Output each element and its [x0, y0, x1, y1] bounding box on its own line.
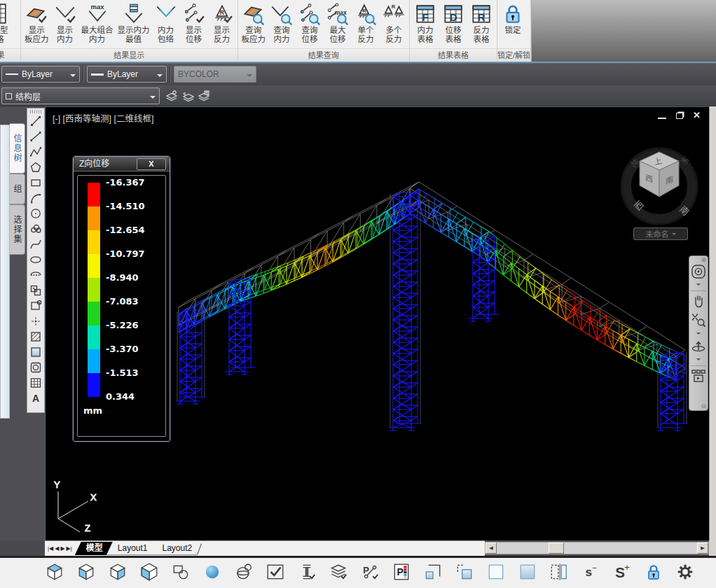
draw-tool-rectangle[interactable]	[28, 176, 43, 192]
status-tool-s-plus[interactable]: S+	[608, 560, 636, 587]
status-tool-node-points-toggle[interactable]: P	[356, 560, 384, 587]
plotstyle-dropdown[interactable]: BYCOLOR	[174, 66, 256, 83]
draw-tool-point[interactable]	[28, 315, 43, 330]
draw-tool-hatch[interactable]	[28, 330, 43, 346]
first-tab-button[interactable]: |◀	[48, 542, 53, 555]
draw-tool-circle[interactable]	[28, 207, 43, 223]
linetype-dropdown[interactable]: ByLayer	[1, 66, 80, 83]
draw-tool-create-block[interactable]	[28, 300, 43, 315]
status-tool-view-top[interactable]	[41, 560, 69, 587]
ribbon-button-force-table[interactable]: F内力表格	[411, 1, 439, 45]
status-tool-select-check[interactable]	[261, 560, 289, 587]
draw-tool-gradient[interactable]	[28, 346, 43, 361]
navbar-tool-pan[interactable]	[689, 293, 708, 312]
drawing-viewport[interactable]: [-] [西南等轴测] [二维线框] ✕ YXZ Z向位移 X -16.367-…	[45, 106, 709, 540]
draw-tool-spline[interactable]	[28, 238, 43, 253]
status-tool-layers-toggle[interactable]	[324, 560, 352, 587]
ribbon-button-single-reaction[interactable]: R单个反力	[352, 1, 380, 45]
status-tool-ibeam-toggle[interactable]	[293, 560, 321, 587]
status-tool-corner-snap[interactable]	[419, 560, 447, 587]
status-tool-shaded-sphere[interactable]	[198, 560, 226, 587]
ribbon-button-query-displacement[interactable]: 查询位移	[296, 1, 324, 45]
draw-tool-ellipse[interactable]	[28, 253, 43, 269]
ribbon-button-show-force[interactable]: 显示内力	[51, 1, 79, 45]
collapsed-palette-edge[interactable]	[0, 125, 10, 419]
ribbon-button-mode-shape-table[interactable]: 期振型表格	[0, 1, 11, 45]
status-tool-view-isometric[interactable]	[135, 560, 163, 587]
draw-tool-polyline[interactable]	[28, 146, 43, 161]
chevron-down-icon[interactable]	[696, 332, 701, 337]
lineweight-dropdown[interactable]: ByLayer	[87, 66, 167, 83]
status-tool-view-side[interactable]	[104, 560, 132, 587]
viewcube[interactable]: 西南北东上西南 未命名	[610, 135, 708, 244]
navbar-tool-zoom[interactable]	[689, 312, 708, 332]
scrollbar-thumb[interactable]	[549, 542, 564, 554]
layer-properties-button[interactable]	[164, 88, 179, 104]
status-tool-view-front[interactable]	[72, 560, 100, 587]
layout-tab-Layout2[interactable]: Layout2	[151, 542, 204, 555]
chevron-down-icon[interactable]	[696, 358, 701, 363]
status-tool-s-minus[interactable]: s−	[577, 560, 605, 587]
layout-tab-Layout1[interactable]: Layout1	[106, 542, 159, 555]
ribbon-button-max-displacement[interactable]: max最大位移	[324, 1, 352, 45]
side-tab-选择集[interactable]: 选择集	[10, 204, 25, 255]
ribbon-button-show-displacement[interactable]: 显示位移	[180, 1, 208, 45]
navbar-tool-showmotion[interactable]	[689, 368, 708, 387]
ribbon-button-query-plate-stress[interactable]: 查询板应力	[240, 1, 268, 45]
layer-previous-button[interactable]	[180, 88, 195, 104]
ribbon-button-max-combo-force[interactable]: max最大组合内力	[79, 1, 116, 45]
status-tool-region-snap[interactable]	[450, 560, 479, 587]
draw-tool-multiline-text[interactable]: A	[28, 392, 43, 407]
navbar-tool-steering-wheel[interactable]	[689, 263, 708, 283]
ribbon-button-force-envelope[interactable]: 内力包络	[152, 1, 180, 45]
prev-tab-button[interactable]: ◀	[55, 542, 59, 555]
navbar-minimize-icon[interactable]: ⊖	[701, 403, 706, 410]
status-tool-wireframe-sphere[interactable]	[230, 560, 258, 587]
viewport-view-label[interactable]: [-] [西南等轴测] [二维线框]	[53, 111, 153, 125]
draw-tool-region[interactable]	[28, 361, 43, 377]
status-tool-square-outline[interactable]	[482, 560, 510, 587]
draw-tool-ellipse-arc[interactable]	[28, 269, 43, 284]
draw-tool-construction-line[interactable]	[28, 130, 43, 146]
draw-tool-line[interactable]	[28, 115, 43, 130]
viewcube-view-dropdown[interactable]: 未命名	[633, 227, 688, 240]
next-tab-button[interactable]: ▶	[60, 542, 64, 555]
toolbar-grip[interactable]	[30, 110, 41, 113]
draw-tool-insert-block[interactable]	[28, 284, 43, 300]
draw-tool-arc[interactable]	[28, 192, 43, 207]
legend-close-button[interactable]: X	[137, 158, 166, 170]
ribbon-button-lock[interactable]: 锁定	[499, 1, 527, 36]
navbar-close-icon[interactable]: ⊗	[701, 257, 706, 263]
chevron-down-icon[interactable]	[696, 284, 701, 288]
ribbon-button-show-plate-stress[interactable]: 显示板应力	[22, 1, 51, 45]
draw-tool-polygon[interactable]	[28, 161, 43, 176]
last-tab-button[interactable]: ▶|	[67, 542, 72, 555]
layer-state-button[interactable]	[196, 88, 211, 104]
ribbon-button-multi-reaction[interactable]: R多个反力	[380, 1, 408, 45]
scroll-right-arrow[interactable]: ▶	[697, 542, 708, 554]
status-tool-lock[interactable]	[640, 560, 668, 587]
status-tool-wireframe-2d[interactable]	[167, 560, 195, 587]
close-icon[interactable]: ✕	[693, 111, 701, 120]
status-tool-viewport-split[interactable]	[545, 560, 573, 587]
draw-tool-table[interactable]	[28, 377, 43, 392]
scrollbar-track[interactable]	[497, 542, 697, 554]
navbar-tool-orbit[interactable]	[689, 338, 708, 358]
minimize-icon[interactable]	[658, 112, 666, 119]
side-tab-组[interactable]: 组	[10, 174, 25, 204]
ribbon-button-reaction-table[interactable]: R反力表格	[467, 1, 495, 45]
ribbon-button-show-reaction[interactable]: R显示反力	[208, 1, 236, 45]
ribbon-button-displacement-table[interactable]: D位移表格	[439, 1, 467, 45]
ribbon-button-query-force[interactable]: 查询内力	[268, 1, 296, 45]
draw-tool-revision-cloud[interactable]	[28, 223, 43, 238]
restore-icon[interactable]	[676, 113, 683, 119]
side-tab-信息树[interactable]: 信息树	[10, 123, 25, 174]
status-tool-properties-palette[interactable]: P	[387, 560, 415, 587]
legend-window[interactable]: Z向位移 X -16.367-14.510-12.654-10.797-8.94…	[73, 156, 170, 442]
status-tool-settings[interactable]	[671, 560, 699, 587]
scroll-left-arrow[interactable]: ◀	[486, 542, 497, 554]
status-tool-square-filled[interactable]	[514, 560, 542, 587]
horizontal-scrollbar[interactable]: ◀ ▶	[485, 542, 709, 554]
layer-dropdown[interactable]: 结构层	[1, 88, 160, 104]
ribbon-button-show-force-extreme[interactable]: 显示内力最值	[116, 1, 152, 45]
